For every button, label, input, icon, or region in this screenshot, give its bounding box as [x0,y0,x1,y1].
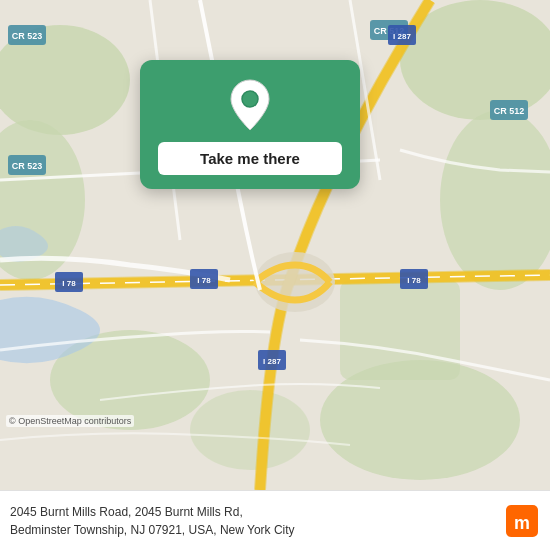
address-line1: 2045 Burnt Mills Road, 2045 Burnt Mills … [10,505,243,519]
svg-text:I 287: I 287 [393,32,411,41]
moovit-logo: m [506,505,538,537]
info-bar: 2045 Burnt Mills Road, 2045 Burnt Mills … [0,490,550,550]
svg-text:I 78: I 78 [197,276,211,285]
svg-text:m: m [514,512,530,532]
take-me-there-button[interactable]: Take me there [158,142,342,175]
svg-point-28 [242,91,258,107]
map-container: CR 523 CR 523 CR 512 CR 512 I 287 I 78 I… [0,0,550,490]
location-card: Take me there [140,60,360,189]
moovit-logo-icon: m [506,505,538,537]
svg-text:CR 512: CR 512 [494,106,525,116]
svg-text:CR 523: CR 523 [12,31,43,41]
svg-text:I 78: I 78 [62,279,76,288]
svg-text:CR 523: CR 523 [12,161,43,171]
address-text: 2045 Burnt Mills Road, 2045 Burnt Mills … [10,503,506,539]
svg-point-7 [320,360,520,480]
osm-attribution: © OpenStreetMap contributors [6,415,134,427]
address-line2: Bedminster Township, NJ 07921, USA, New … [10,523,295,537]
svg-point-8 [190,390,310,470]
svg-text:I 287: I 287 [263,357,281,366]
map-pin-icon [228,78,272,132]
svg-text:I 78: I 78 [407,276,421,285]
